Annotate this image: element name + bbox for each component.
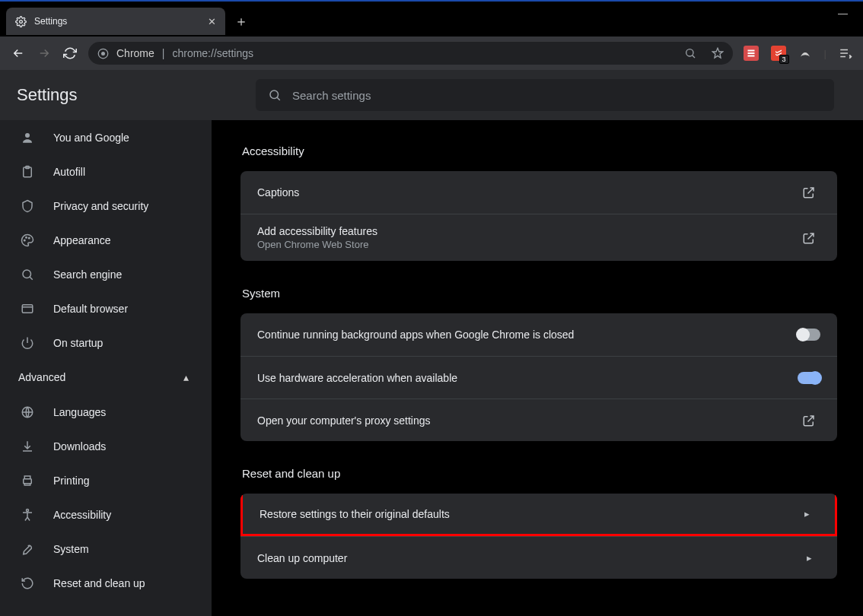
- palette-icon: [20, 233, 35, 248]
- svg-point-3: [686, 49, 693, 56]
- extension-badge: 3: [779, 55, 789, 64]
- section-title-system: System: [242, 287, 837, 300]
- globe-icon: [20, 405, 35, 420]
- bookmark-star-icon[interactable]: [712, 47, 724, 59]
- toggle-hardware-accel[interactable]: [798, 372, 820, 384]
- chevron-right-icon: ▸: [798, 552, 820, 564]
- sidebar-item-reset[interactable]: Reset and clean up: [0, 566, 212, 600]
- url-path: chrome://settings: [172, 47, 253, 59]
- external-link-icon: [798, 414, 820, 427]
- sidebar-item-appearance[interactable]: Appearance: [0, 223, 212, 257]
- search-icon: [20, 267, 35, 282]
- sidebar-item-you-and-google[interactable]: You and Google: [0, 120, 212, 154]
- sidebar-item-downloads[interactable]: Downloads: [0, 429, 212, 463]
- row-background-apps[interactable]: Continue running background apps when Go…: [240, 313, 837, 356]
- row-cleanup-computer[interactable]: Clean up computer ▸: [240, 536, 837, 579]
- svg-point-0: [20, 20, 23, 23]
- sidebar-item-system[interactable]: System: [0, 532, 212, 566]
- svg-rect-12: [22, 304, 33, 313]
- row-add-accessibility[interactable]: Add accessibility features Open Chrome W…: [240, 214, 837, 261]
- search-input[interactable]: [292, 89, 822, 102]
- settings-header: Settings: [0, 70, 863, 120]
- restore-icon: [20, 576, 35, 591]
- browser-icon: [20, 301, 35, 316]
- close-tab-icon[interactable]: ✕: [208, 16, 216, 27]
- sidebar-item-autofill[interactable]: Autofill: [0, 154, 212, 189]
- row-hardware-accel[interactable]: Use hardware acceleration when available: [240, 356, 837, 398]
- clipboard-icon: [20, 164, 35, 179]
- extension-icon-1[interactable]: [744, 46, 759, 61]
- section-title-accessibility: Accessibility: [242, 144, 837, 157]
- shield-icon: [20, 198, 35, 214]
- new-tab-button[interactable]: ＋: [234, 12, 248, 30]
- sidebar-item-printing[interactable]: Printing: [0, 463, 212, 497]
- sidebar-item-search-engine[interactable]: Search engine: [0, 257, 212, 291]
- search-settings[interactable]: [256, 79, 834, 111]
- accessibility-card: Captions Add accessibility features Open…: [240, 171, 837, 261]
- svg-point-11: [23, 270, 31, 278]
- svg-point-10: [29, 237, 30, 239]
- row-proxy-settings[interactable]: Open your computer's proxy settings: [240, 398, 837, 441]
- sidebar-item-languages[interactable]: Languages: [0, 395, 212, 429]
- browser-tab[interactable]: Settings ✕: [6, 8, 225, 35]
- extension-icon-3[interactable]: [798, 46, 812, 60]
- svg-point-4: [270, 90, 279, 99]
- extension-icon-2[interactable]: 3: [771, 46, 786, 61]
- tab-title: Settings: [34, 16, 67, 27]
- svg-point-2: [101, 52, 105, 56]
- svg-rect-14: [24, 478, 32, 483]
- wrench-icon: [20, 541, 35, 557]
- zoom-search-icon[interactable]: [684, 47, 696, 59]
- back-button[interactable]: [11, 46, 26, 61]
- chevron-right-icon: ▸: [795, 508, 818, 519]
- sidebar-item-default-browser[interactable]: Default browser: [0, 291, 212, 325]
- window-minimize-icon[interactable]: —: [838, 8, 848, 19]
- accessibility-icon: [20, 507, 35, 522]
- chrome-logo-icon: [97, 48, 109, 59]
- external-link-icon: [798, 231, 820, 245]
- svg-point-8: [24, 240, 26, 241]
- svg-point-9: [26, 237, 27, 238]
- chevron-up-icon: ▴: [183, 371, 189, 383]
- person-icon: [20, 130, 35, 145]
- external-link-icon: [798, 186, 820, 199]
- download-icon: [20, 439, 35, 454]
- system-card: Continue running background apps when Go…: [240, 313, 837, 441]
- settings-content[interactable]: Accessibility Captions Add accessibility…: [212, 120, 863, 616]
- toggle-background-apps[interactable]: [798, 329, 820, 341]
- sidebar-item-privacy[interactable]: Privacy and security: [0, 189, 212, 223]
- address-bar[interactable]: Chrome | chrome://settings: [88, 42, 733, 65]
- gear-icon: [15, 16, 27, 27]
- browser-toolbar: Chrome | chrome://settings 3 |: [0, 37, 863, 70]
- url-scheme: Chrome: [116, 47, 154, 59]
- svg-point-5: [25, 133, 30, 138]
- section-title-reset: Reset and clean up: [242, 467, 837, 480]
- svg-point-15: [27, 509, 29, 511]
- forward-button: [37, 46, 52, 61]
- sidebar-item-on-startup[interactable]: On startup: [0, 325, 212, 360]
- printer-icon: [20, 473, 35, 488]
- sidebar-advanced-toggle[interactable]: Advanced ▴: [0, 360, 212, 395]
- sidebar-item-accessibility[interactable]: Accessibility: [0, 497, 212, 532]
- reset-card: Restore settings to their original defau…: [240, 494, 837, 579]
- page-title: Settings: [17, 85, 256, 105]
- search-icon: [268, 88, 282, 102]
- power-icon: [20, 335, 35, 351]
- media-control-icon[interactable]: [839, 46, 852, 60]
- reload-button[interactable]: [62, 46, 78, 61]
- row-restore-defaults[interactable]: Restore settings to their original defau…: [240, 494, 837, 536]
- row-captions[interactable]: Captions: [240, 171, 837, 214]
- settings-sidebar[interactable]: You and Google Autofill Privacy and secu…: [0, 120, 212, 616]
- browser-titlebar: Settings ✕ ＋ —: [0, 0, 863, 37]
